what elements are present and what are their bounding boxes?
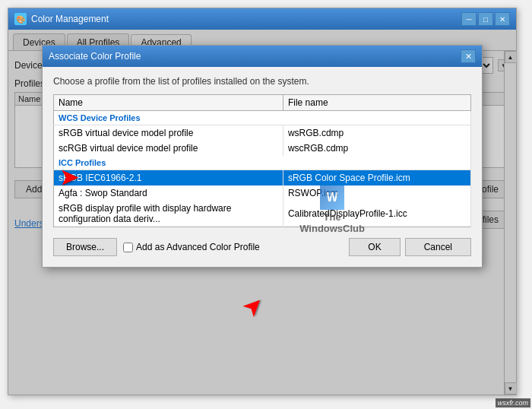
- site-watermark: wsxfr.com: [496, 398, 530, 407]
- main-window-title: Color Management: [31, 14, 461, 24]
- dialog-close-button[interactable]: ✕: [461, 49, 476, 63]
- icc-section-header: ICC Profiles: [54, 156, 471, 170]
- profile-name: sRGB virtual device model profile: [54, 125, 283, 141]
- table-header-row: Name File name: [54, 95, 471, 111]
- table-row[interactable]: sRGB display profile with display hardwa…: [54, 201, 471, 227]
- advanced-color-checkbox-label[interactable]: Add as Advanced Color Profile: [123, 242, 260, 252]
- profile-filename: CalibratedDisplayProfile-1.icc: [283, 201, 470, 227]
- profile-name-selected: sRGB IEC61966-2.1: [54, 170, 283, 186]
- name-column-header: Name: [54, 95, 283, 111]
- dialog-title-text: Associate Color Profile: [49, 51, 461, 62]
- dialog-body: Choose a profile from the list of profil…: [43, 67, 482, 267]
- profile-filename: wsRGB.cdmp: [283, 125, 470, 141]
- advanced-color-checkbox[interactable]: [123, 243, 133, 252]
- filename-column-header: File name: [283, 95, 470, 111]
- minimize-button[interactable]: ─: [461, 12, 477, 26]
- dialog-description: Choose a profile from the list of profil…: [53, 76, 471, 87]
- maximize-button[interactable]: □: [478, 12, 493, 26]
- browse-button[interactable]: Browse...: [53, 238, 117, 256]
- profile-filename: RSWOP.icm: [283, 185, 470, 201]
- left-arrow-indicator: ➤: [60, 165, 78, 190]
- app-icon: 🎨: [14, 13, 27, 25]
- profile-name: sRGB display profile with display hardwa…: [54, 201, 283, 227]
- main-window: 🎨 Color Management ─ □ ✕ Devices All Pro…: [8, 8, 517, 395]
- table-row[interactable]: Agfa : Swop Standard RSWOP.icm: [54, 185, 471, 201]
- profile-name: Agfa : Swop Standard: [54, 185, 283, 201]
- dialog-overlay: ➤ ➤ Associate Color Profile ✕ Choose a p…: [8, 30, 516, 395]
- main-title-bar: 🎨 Color Management ─ □ ✕: [8, 8, 516, 30]
- dialog-title-bar: Associate Color Profile ✕: [43, 46, 482, 67]
- title-bar-controls: ─ □ ✕: [461, 12, 510, 26]
- bottom-arrow-indicator: ➤: [238, 292, 268, 322]
- ok-button[interactable]: OK: [349, 238, 400, 256]
- wcs-section-header: WCS Device Profiles: [54, 111, 471, 125]
- dialog-bottom-bar: Browse... Add as Advanced Color Profile …: [53, 235, 471, 258]
- associate-color-profile-dialog: Associate Color Profile ✕ Choose a profi…: [42, 45, 483, 268]
- table-row-selected[interactable]: sRGB IEC61966-2.1 sRGB Color Space Profi…: [54, 170, 471, 186]
- profile-filename-selected: sRGB Color Space Profile.icm: [283, 170, 470, 186]
- table-row[interactable]: sRGB virtual device model profile wsRGB.…: [54, 125, 471, 141]
- table-row[interactable]: scRGB virtual device model profile wscRG…: [54, 141, 471, 156]
- profile-filename: wscRGB.cdmp: [283, 141, 470, 156]
- profile-name: scRGB virtual device model profile: [54, 141, 283, 156]
- close-button[interactable]: ✕: [495, 12, 510, 26]
- checkbox-label-text: Add as Advanced Color Profile: [136, 242, 260, 252]
- cancel-button[interactable]: Cancel: [405, 238, 471, 256]
- profile-table: Name File name WCS Device Profiles sRGB …: [53, 94, 471, 227]
- ok-cancel-buttons: OK Cancel: [349, 238, 471, 256]
